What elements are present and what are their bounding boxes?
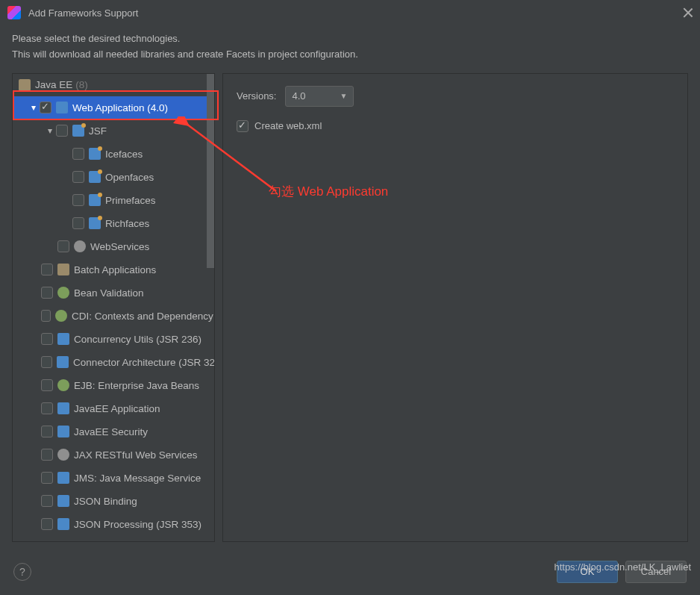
checkbox-jsf[interactable] <box>56 125 68 137</box>
checkbox-connector[interactable] <box>41 356 52 368</box>
bean-icon <box>57 379 69 391</box>
tree-item-transaction[interactable]: Transaction API (JSR 907) <box>13 536 214 541</box>
module-icon <box>57 426 69 437</box>
tree-item-batch[interactable]: Batch Applications <box>13 258 214 281</box>
checkbox-openfaces[interactable] <box>72 171 84 183</box>
ok-label: OK <box>581 566 595 577</box>
bean-icon <box>55 310 67 322</box>
tree-item-jaxrs[interactable]: JAX RESTful Web Services <box>13 443 214 467</box>
app-icon <box>7 6 21 19</box>
frameworks-tree[interactable]: Java EE (8) Web Application (4.0) JSF <box>13 74 214 541</box>
intro-line2: This will download all needed libraries … <box>12 47 688 63</box>
batch-label: Batch Applications <box>74 264 156 275</box>
jsf-icon <box>72 125 84 137</box>
checkbox-beanval[interactable] <box>41 287 53 299</box>
javaee-app-label: JavaEE Application <box>74 403 160 414</box>
checkbox-richfaces[interactable] <box>72 217 84 229</box>
create-webxml-label: Create web.xml <box>254 120 322 131</box>
dialog-footer: ? OK Cancel <box>0 548 700 595</box>
checkbox-jsonp[interactable] <box>41 518 53 530</box>
versions-label: Versions: <box>237 90 276 102</box>
tree-item-ejb[interactable]: EJB: Enterprise Java Beans <box>13 374 214 397</box>
module-icon <box>57 495 69 507</box>
module-icon <box>57 402 69 414</box>
tree-item-connector[interactable]: Connector Architecture (JSR 322) <box>13 351 214 374</box>
tree-item-javaee-app[interactable]: JavaEE Application <box>13 397 214 420</box>
bean-icon <box>57 287 69 299</box>
checkbox-create-webxml[interactable] <box>237 120 249 132</box>
checkbox-ejb[interactable] <box>41 379 53 391</box>
framework-config-panel: Versions: 4.0 ▼ Create web.xml <box>222 73 688 542</box>
module-icon <box>57 333 69 345</box>
checkbox-jms[interactable] <box>41 472 53 484</box>
tree-item-icefaces[interactable]: Icefaces <box>13 143 214 166</box>
checkbox-javaee-app[interactable] <box>41 402 53 414</box>
checkbox-webservices[interactable] <box>57 240 69 252</box>
close-icon[interactable] <box>684 8 693 17</box>
webapp-icon <box>56 102 68 113</box>
module-icon <box>57 356 69 368</box>
tree-item-webservices[interactable]: WebServices <box>13 235 214 258</box>
tree-item-web-application[interactable]: Web Application (4.0) <box>13 96 214 119</box>
tree-item-openfaces[interactable]: Openfaces <box>13 166 214 189</box>
concurrency-label: Concurrency Utils (JSR 236) <box>74 334 201 345</box>
web-application-label: Web Application (4.0) <box>72 102 168 113</box>
jms-label: JMS: Java Message Service <box>74 473 201 484</box>
module-icon <box>57 472 69 484</box>
intro-text: Please select the desired technologies. … <box>0 25 700 73</box>
jsonp-label: JSON Processing (JSR 353) <box>74 519 201 530</box>
jsf-icon <box>89 217 101 229</box>
tree-item-primefaces[interactable]: Primefaces <box>13 189 214 212</box>
jaxrs-label: JAX RESTful Web Services <box>74 449 198 461</box>
beanval-label: Bean Validation <box>74 287 144 299</box>
chevron-down-icon[interactable] <box>29 102 38 113</box>
checkbox-jaxrs[interactable] <box>41 449 53 461</box>
tree-item-jsonb[interactable]: JSON Binding <box>13 490 214 513</box>
openfaces-label: Openfaces <box>105 172 154 183</box>
tree-item-richfaces[interactable]: Richfaces <box>13 212 214 235</box>
cdi-label: CDI: Contexts and Dependency Injection <box>72 311 214 322</box>
cancel-label: Cancel <box>641 566 671 577</box>
tree-item-beanval[interactable]: Bean Validation <box>13 281 214 305</box>
folder-icon <box>57 264 69 275</box>
globe-icon <box>74 240 86 252</box>
tree-item-javaee-security[interactable]: JavaEE Security <box>13 420 214 443</box>
checkbox-cdi[interactable] <box>41 310 51 322</box>
module-icon <box>57 518 69 530</box>
connector-label: Connector Architecture (JSR 322) <box>73 357 214 368</box>
tree-item-jms[interactable]: JMS: Java Message Service <box>13 467 214 490</box>
titlebar: Add Frameworks Support <box>0 0 700 25</box>
primefaces-label: Primefaces <box>105 195 156 206</box>
versions-select[interactable]: 4.0 ▼ <box>285 86 354 107</box>
checkbox-jsonb[interactable] <box>41 495 53 507</box>
root-count: (8) <box>75 79 88 90</box>
tree-scrollbar[interactable] <box>207 74 214 268</box>
chevron-down-icon: ▼ <box>340 92 348 100</box>
dialog-title: Add Frameworks Support <box>28 7 684 19</box>
tree-item-jsonp[interactable]: JSON Processing (JSR 353) <box>13 513 214 536</box>
frameworks-tree-panel: Java EE (8) Web Application (4.0) JSF <box>12 73 215 542</box>
tree-item-concurrency[interactable]: Concurrency Utils (JSR 236) <box>13 328 214 351</box>
help-button[interactable]: ? <box>13 563 31 581</box>
intro-line1: Please select the desired technologies. <box>12 31 688 47</box>
checkbox-web-application[interactable] <box>40 102 51 113</box>
tree-item-jsf[interactable]: JSF <box>13 119 214 143</box>
checkbox-icefaces[interactable] <box>72 148 84 160</box>
javaee-security-label: JavaEE Security <box>74 426 148 437</box>
checkbox-batch[interactable] <box>41 264 53 275</box>
cancel-button[interactable]: Cancel <box>625 561 687 583</box>
chevron-down-icon[interactable] <box>46 125 54 136</box>
globe-icon <box>57 449 69 461</box>
jsf-icon <box>89 194 101 206</box>
tree-item-cdi[interactable]: CDI: Contexts and Dependency Injection <box>13 305 214 328</box>
jsonb-label: JSON Binding <box>74 496 137 507</box>
richfaces-label: Richfaces <box>105 218 149 229</box>
checkbox-javaee-security[interactable] <box>41 426 53 437</box>
jsf-label: JSF <box>89 125 107 137</box>
checkbox-primefaces[interactable] <box>72 194 84 206</box>
icefaces-label: Icefaces <box>105 149 143 160</box>
ok-button[interactable]: OK <box>557 561 618 583</box>
folder-icon <box>19 79 31 91</box>
checkbox-concurrency[interactable] <box>41 333 53 345</box>
tree-root-javaee[interactable]: Java EE (8) <box>13 74 214 96</box>
